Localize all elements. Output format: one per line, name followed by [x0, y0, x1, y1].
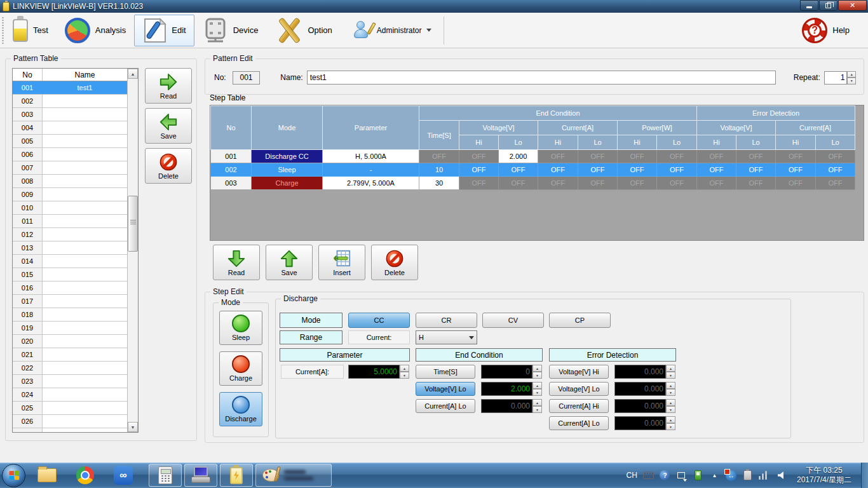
param-current-value[interactable]: 5.0000: [348, 365, 400, 379]
toolbar-device-button[interactable]: Device: [194, 15, 267, 46]
lcd-value[interactable]: 0.000: [614, 382, 666, 396]
pattern-name-input[interactable]: test1: [307, 71, 776, 85]
pattern-row[interactable]: 010: [13, 201, 127, 215]
pattern-row[interactable]: 012: [13, 228, 127, 241]
toolbar-edit-button[interactable]: Edit: [134, 15, 194, 46]
lcd-value[interactable]: 0.000: [614, 416, 666, 430]
pattern-row[interactable]: 004: [13, 121, 127, 135]
cc-button[interactable]: CC: [348, 313, 410, 328]
charge-mode-button[interactable]: Charge: [219, 351, 262, 386]
cp-button[interactable]: CP: [549, 313, 611, 328]
pattern-row[interactable]: 027: [13, 428, 127, 432]
pattern-row[interactable]: 021: [13, 348, 127, 362]
pattern-row[interactable]: 016: [13, 281, 127, 295]
end-condition-voltage-v-lo-button[interactable]: Voltage[V] Lo: [416, 382, 475, 396]
error-detection-current-a-lo-button[interactable]: Current[A] Lo: [549, 416, 609, 430]
value-spinner[interactable]: ▲▼: [532, 365, 542, 379]
value-spinner[interactable]: ▲▼: [532, 399, 542, 413]
pattern-col-name[interactable]: Name: [43, 69, 127, 81]
taskbar-cloud-button[interactable]: ∞: [107, 464, 140, 487]
pattern-row[interactable]: 011: [13, 215, 127, 228]
scroll-down-icon[interactable]: ▼: [128, 422, 138, 432]
maximize-button[interactable]: [819, 0, 837, 11]
keyboard-icon[interactable]: [643, 470, 654, 481]
toolbar-administrator-menu[interactable]: Administrator: [344, 15, 440, 46]
language-indicator[interactable]: CH: [627, 471, 637, 480]
lcd-value[interactable]: 2.000: [481, 382, 532, 396]
pattern-row[interactable]: 007: [13, 161, 127, 175]
cv-button[interactable]: CV: [482, 313, 544, 328]
value-spinner[interactable]: ▲▼: [532, 382, 542, 396]
pattern-row[interactable]: 015: [13, 268, 127, 281]
pattern-row[interactable]: 006: [13, 148, 127, 161]
step-row[interactable]: 001Discharge CCH, 5.000AOFFOFF2.000OFFOF…: [211, 150, 868, 163]
pattern-row[interactable]: 009: [13, 188, 127, 201]
toolbar-option-button[interactable]: Option: [266, 15, 340, 46]
end-condition-current-a-lo-button[interactable]: Current[A] Lo: [416, 399, 475, 413]
value-spinner[interactable]: ▲▼: [666, 382, 675, 396]
pattern-save-button[interactable]: Save: [145, 108, 192, 144]
step-row[interactable]: 003Charge2.799V, 5.000A30OFFOFFOFFOFFOFF…: [211, 177, 868, 190]
close-button[interactable]: ✕: [838, 0, 867, 11]
pattern-row[interactable]: 025: [13, 402, 127, 415]
restore-window-icon[interactable]: [676, 470, 687, 481]
step-save-button[interactable]: Save: [266, 245, 313, 280]
pattern-row[interactable]: 014: [13, 255, 127, 268]
repeat-spinner[interactable]: ▲▼: [847, 71, 856, 85]
tray-help-icon[interactable]: ?: [660, 470, 670, 481]
start-button[interactable]: [2, 464, 25, 487]
pattern-row[interactable]: 002: [13, 95, 127, 108]
pattern-row[interactable]: 013: [13, 241, 127, 255]
pattern-row[interactable]: 020: [13, 335, 127, 348]
toolbar-help-button[interactable]: ? Help: [794, 15, 858, 46]
end-condition-time-s-button[interactable]: Time[S]: [416, 365, 475, 379]
clipboard-icon[interactable]: [742, 470, 753, 481]
taskbar-device-manager-button[interactable]: [184, 464, 217, 487]
pattern-row[interactable]: 008: [13, 175, 127, 188]
step-read-button[interactable]: Read: [213, 245, 260, 280]
lcd-value[interactable]: 0.000: [614, 399, 666, 413]
taskbar-chrome-button[interactable]: [69, 464, 102, 487]
range-select[interactable]: H: [416, 330, 477, 344]
minimize-button[interactable]: [800, 0, 818, 11]
show-hidden-icons[interactable]: ▲: [709, 470, 720, 481]
taskbar-explorer-button[interactable]: [31, 464, 64, 487]
speaker-icon[interactable]: [775, 470, 786, 481]
pattern-row[interactable]: 019: [13, 322, 127, 335]
pattern-row[interactable]: 017: [13, 295, 127, 308]
pattern-row[interactable]: 022: [13, 362, 127, 375]
lcd-value[interactable]: 0.000: [481, 399, 532, 413]
lcd-value[interactable]: 0.000: [614, 365, 666, 379]
pattern-row[interactable]: 024: [13, 388, 127, 402]
value-spinner[interactable]: ▲▼: [666, 416, 675, 430]
pattern-row[interactable]: 023: [13, 375, 127, 388]
pattern-table-scrollbar[interactable]: ▲ ▼: [127, 69, 138, 432]
network-icon[interactable]: [759, 470, 770, 481]
step-delete-button[interactable]: Delete: [371, 245, 418, 280]
teamviewer-icon[interactable]: ↔: [726, 470, 736, 481]
error-detection-voltage-v-lo-button[interactable]: Voltage[V] Lo: [549, 382, 609, 396]
pattern-row[interactable]: 005: [13, 135, 127, 148]
usb-device-icon[interactable]: [693, 470, 703, 481]
param-current-spinner[interactable]: ▲▼: [400, 365, 409, 379]
lcd-value[interactable]: 0: [481, 365, 532, 379]
show-desktop-button[interactable]: [861, 463, 868, 488]
pattern-read-button[interactable]: Read: [145, 68, 192, 104]
step-row[interactable]: 002Sleep-10OFFOFFOFFOFFOFFOFFOFFOFFOFFOF…: [211, 163, 868, 177]
pattern-row[interactable]: 018: [13, 308, 127, 322]
error-detection-current-a-hi-button[interactable]: Current[A] Hi: [549, 399, 609, 413]
scroll-up-icon[interactable]: ▲: [128, 69, 138, 79]
pattern-delete-button[interactable]: Delete: [145, 148, 192, 184]
scrollbar-thumb[interactable]: [128, 196, 138, 252]
pattern-row[interactable]: 026: [13, 415, 127, 428]
pattern-row[interactable]: 001 test1: [13, 81, 127, 95]
step-insert-button[interactable]: Insert: [318, 245, 365, 280]
value-spinner[interactable]: ▲▼: [666, 365, 675, 379]
sleep-mode-button[interactable]: Sleep: [219, 311, 262, 345]
taskbar-clock[interactable]: 下午 03:25 2017/7/4/星期二: [797, 466, 851, 485]
toolbar-test-button[interactable]: Test: [4, 15, 57, 46]
taskbar-linkview-button[interactable]: [220, 464, 253, 487]
taskbar-paint-button[interactable]: [255, 464, 332, 487]
taskbar-calculator-button[interactable]: [149, 464, 182, 487]
repeat-input[interactable]: 1: [824, 71, 848, 85]
